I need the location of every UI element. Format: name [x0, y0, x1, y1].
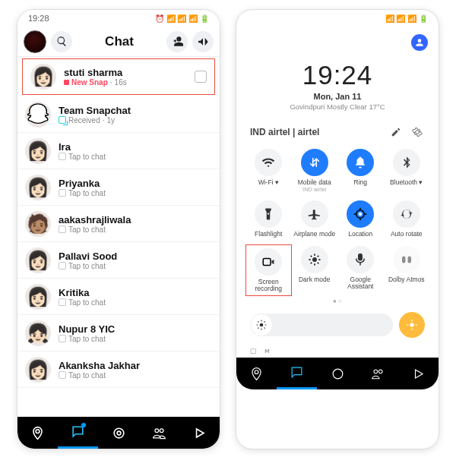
qs-tile-flashlight: Flashlight: [245, 199, 292, 239]
svg-point-0: [114, 428, 124, 438]
phone-right-quicksettings: 📶 📶 📶 🔋 19:24 Mon, Jan 11 Govindpuri Mos…: [236, 9, 439, 449]
nav-camera[interactable]: [317, 358, 357, 389]
qs-label: Location: [348, 231, 372, 238]
announce-button[interactable]: [192, 31, 214, 52]
qs-tile-darkmode: Dark mode: [292, 244, 338, 297]
brightness-slider[interactable]: [250, 314, 393, 336]
play-icon: [192, 426, 207, 440]
bitmoji-avatar-icon: 👩🏻: [25, 138, 51, 164]
screenrecord-icon: [261, 255, 275, 269]
map-icon: [249, 367, 264, 381]
bitmoji-avatar-icon: 👩🏻: [25, 357, 51, 383]
edit-tiles-button[interactable]: [388, 125, 404, 140]
wifi-icon: [261, 156, 275, 169]
auto-brightness-button[interactable]: [399, 312, 425, 338]
person-icon: [414, 37, 425, 48]
chat-icon: [290, 365, 304, 380]
qs-tile-bluetooth: Bluetooth ▾: [384, 147, 430, 194]
camera-icon: [331, 367, 345, 381]
friends-icon: [152, 426, 166, 440]
qs-label: Airplane mode: [293, 231, 335, 238]
qs-tile-dolby: Dolby Atmos: [384, 244, 430, 297]
qs-tile-wifi: Wi-Fi ▾: [245, 147, 292, 194]
play-icon: [411, 367, 426, 381]
nav-camera[interactable]: [98, 417, 138, 449]
svg-point-2: [359, 213, 363, 216]
qs-toggle-airplane[interactable]: [301, 200, 328, 228]
qs-toggle-bluetooth[interactable]: [393, 149, 420, 176]
reply-icon[interactable]: [195, 71, 207, 83]
bitmoji-avatar-icon: 👩🏻: [25, 247, 51, 273]
account-button[interactable]: [411, 34, 428, 51]
sun-icon: [256, 320, 267, 330]
status-icons: 📶 📶 📶 🔋: [385, 14, 428, 23]
qs-label: Dolby Atmos: [388, 276, 425, 283]
chat-name: Pallavi Sood: [59, 251, 212, 262]
carrier-row: IND airtel | airtel: [236, 111, 439, 143]
chat-name: Priyanka: [59, 178, 212, 189]
qs-toggle-screenrecord[interactable]: [255, 248, 282, 276]
nav-friends[interactable]: [139, 417, 179, 449]
bitmoji-avatar-icon: 🧑🏽: [25, 211, 51, 237]
chat-time: 1y: [106, 116, 115, 125]
clock-block[interactable]: 19:24 Mon, Jan 11 Govindpuri Mostly Clea…: [236, 58, 439, 111]
qs-tile-ring: Ring: [337, 147, 384, 194]
svg-rect-14: [402, 256, 406, 263]
qs-tile-assistant: Google Assistant: [337, 244, 384, 297]
chat-item[interactable]: 👩🏻Ira Tap to chat: [17, 133, 220, 169]
chat-name: Kritika: [59, 287, 212, 298]
page-indicator: ● ○: [236, 298, 439, 304]
chat-name: Ira: [59, 141, 212, 153]
qs-toggle-wifi[interactable]: [255, 149, 282, 176]
darkmode-icon: [308, 253, 321, 266]
search-icon: [56, 36, 68, 47]
chat-item[interactable]: 👧🏻Nupur 8 YIC Tap to chat: [17, 315, 220, 351]
search-button[interactable]: [51, 31, 72, 52]
add-friend-button[interactable]: [166, 31, 188, 52]
chat-item[interactable]: 👩🏻Priyanka Tap to chat: [17, 169, 220, 206]
qs-tile-mobile-data: Mobile dataIND airtel: [292, 147, 338, 194]
qs-label: Flashlight: [255, 231, 282, 238]
qs-toggle-location[interactable]: [347, 200, 374, 228]
qs-toggle-mobile-data[interactable]: [301, 149, 328, 176]
chat-item[interactable]: 👩🏻Akanksha Jakhar Tap to chat: [17, 351, 220, 388]
qs-label: Dark mode: [299, 276, 331, 283]
qs-toggle-autorotate[interactable]: [393, 200, 420, 228]
edit-icon: [391, 127, 401, 137]
chat-item[interactable]: 👩🏻stuti sharma New Snap · 16s: [22, 58, 215, 95]
screenshot-indicator-icon: ▢: [250, 347, 257, 355]
nav-friends[interactable]: [358, 358, 398, 389]
qs-toggle-darkmode[interactable]: [301, 246, 328, 273]
top-bar: [236, 27, 439, 58]
qs-toggle-assistant[interactable]: [347, 246, 374, 273]
qs-tile-location: Location: [337, 199, 384, 239]
qs-label: Auto rotate: [391, 231, 423, 238]
received-icon: [59, 116, 66, 124]
brightness-thumb[interactable]: [250, 314, 273, 336]
sun-auto-icon: [406, 319, 418, 331]
status-time: 19:28: [28, 14, 49, 23]
nav-chat[interactable]: [277, 358, 317, 389]
megaphone-icon: [197, 36, 209, 48]
chat-item[interactable]: Team Snapchat Received · 1y: [17, 96, 220, 133]
qs-label: Screen recording: [248, 279, 290, 293]
nav-play[interactable]: [179, 417, 220, 449]
nav-chat[interactable]: [58, 417, 98, 449]
svg-line-21: [258, 322, 258, 323]
chat-item[interactable]: 👩🏻Pallavi Sood Tap to chat: [17, 242, 220, 279]
nav-map[interactable]: [17, 417, 58, 449]
chat-item[interactable]: 🧑🏽aakashrajliwala Tap to chat: [17, 206, 220, 242]
dolby-icon: [400, 253, 413, 266]
location-icon: [353, 207, 367, 221]
svg-line-23: [258, 328, 258, 329]
chat-item[interactable]: 👩🏻Kritika Tap to chat: [17, 279, 220, 315]
settings-button[interactable]: [410, 125, 425, 140]
chat-list: 👩🏻stuti sharma New Snap · 16sTeam Snapch…: [17, 57, 220, 417]
chat-status: Tap to chat: [59, 335, 212, 343]
profile-avatar[interactable]: [24, 30, 46, 53]
bitmoji-avatar-icon: 👩🏻: [25, 175, 51, 200]
nav-play[interactable]: [398, 358, 439, 389]
qs-toggle-flashlight[interactable]: [255, 200, 282, 228]
qs-toggle-ring[interactable]: [347, 149, 374, 176]
nav-map[interactable]: [236, 358, 277, 389]
